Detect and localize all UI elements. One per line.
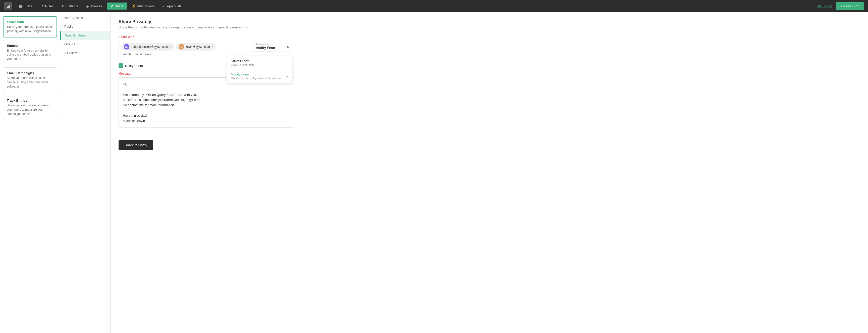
main-layout: Share With Share your form as a public l…: [0, 12, 868, 333]
avatar-kz: KZ: [179, 44, 184, 50]
sidebar-card-embed[interactable]: Embed Embed your form on a website using…: [3, 40, 57, 65]
middle-nav-all-users[interactable]: All Users: [60, 49, 110, 57]
middle-navigation: SHARE WITH Public Specific Users Groups …: [60, 12, 111, 333]
remove-email-kz[interactable]: ×: [212, 45, 214, 49]
sidebar-card-track-entries-desc: Use advanced tracking codes in your form…: [7, 103, 53, 116]
message-textarea[interactable]: Hi, I've shared my ' Online Query Form '…: [119, 78, 294, 128]
access-form-button[interactable]: Access Form: [836, 2, 864, 10]
middle-nav-header: SHARE WITH: [60, 16, 110, 22]
nav-integrations[interactable]: ⚡ Integrations: [128, 2, 158, 9]
dropdown-option-modify-form[interactable]: Modify Form Modify form & configurations…: [227, 70, 292, 83]
nav-themes[interactable]: ◈ Themes: [83, 2, 106, 9]
email-tag-rj: RJ richardjohnson@zylker.com ×: [121, 43, 174, 51]
rules-icon: ≡: [41, 4, 43, 8]
notify-users-checkbox[interactable]: ✓: [119, 63, 123, 68]
section-desc: Share the form with users within your or…: [119, 25, 860, 29]
settings-icon: ⚙: [62, 4, 65, 8]
section-title: Share Privately: [119, 19, 860, 24]
notify-users-label: Notify Users: [125, 64, 143, 68]
sidebar-card-email-campaigns-desc: Share your form with a list of contacts …: [7, 76, 53, 88]
permission-dropdown-trigger[interactable]: Permission Modify Form ▲: [252, 41, 292, 52]
sidebar-card-embed-title: Embed: [7, 44, 53, 48]
sidebar-card-share-with-desc: Share your form as a public link or priv…: [7, 25, 53, 33]
permission-box-value: Modify Form: [255, 46, 289, 50]
modify-form-option-title: Modify Form: [231, 73, 288, 76]
middle-nav-public[interactable]: Public: [60, 22, 110, 31]
check-icon: ✓: [286, 74, 289, 79]
sidebar-card-email-campaigns[interactable]: Email Campaigns Share your form with a l…: [3, 67, 57, 92]
all-entries-link[interactable]: All Entries: [814, 3, 835, 9]
sidebar-card-embed-desc: Embed your form on a website using the e…: [7, 49, 53, 61]
top-navigation: ⊞ ▦ Builder ≡ Rules ⚙ Settings ◈ Themes …: [0, 0, 868, 12]
permission-area: Permission Modify Form ▲ Submit Form Vie…: [252, 41, 292, 52]
approvals-icon: ✓: [162, 4, 165, 8]
email-address-kz: kevin@zylker.com: [186, 45, 210, 49]
sidebar-card-share-with-title: Share With: [7, 20, 53, 24]
nav-rules[interactable]: ≡ Rules: [38, 2, 57, 9]
chevron-up-icon: ▲: [286, 44, 289, 48]
share-notify-button[interactable]: Share & Notify: [119, 140, 153, 150]
email-permission-row: RJ richardjohnson@zylker.com × KZ kevin@…: [119, 41, 860, 58]
integrations-icon: ⚡: [132, 4, 136, 8]
modify-form-option-desc: Modify form & configurations, Submit for…: [231, 77, 288, 80]
nav-share[interactable]: ↗ Share: [107, 2, 127, 9]
nav-builder[interactable]: ▦ Builder: [15, 2, 37, 9]
avatar-rj: RJ: [124, 44, 129, 50]
search-email-input[interactable]: [121, 53, 246, 56]
permission-dropdown: Submit Form View & submit form Modify Fo…: [227, 56, 292, 83]
submit-form-option-desc: View & submit form: [231, 63, 288, 66]
nav-approvals[interactable]: ✓ Approvals: [159, 2, 185, 9]
submit-form-option-title: Submit Form: [231, 59, 288, 63]
remove-email-rj[interactable]: ×: [169, 45, 172, 49]
main-content: Share Privately Share the form with user…: [111, 12, 868, 333]
app-logo: ⊞: [4, 2, 12, 10]
dropdown-option-submit-form[interactable]: Submit Form View & submit form: [227, 56, 292, 70]
nav-settings[interactable]: ⚙ Settings: [58, 2, 82, 9]
email-address-rj: richardjohnson@zylker.com: [131, 45, 168, 49]
left-sidebar: Share With Share your form as a public l…: [0, 12, 60, 333]
permission-box-label: Permission: [255, 43, 289, 46]
share-with-field-label: Share With: [119, 35, 860, 39]
builder-icon: ▦: [19, 4, 22, 8]
themes-icon: ◈: [86, 4, 89, 8]
sidebar-card-track-entries-title: Track Entries: [7, 99, 53, 102]
sidebar-card-share-with[interactable]: Share With Share your form as a public l…: [3, 16, 57, 37]
sidebar-card-email-campaigns-title: Email Campaigns: [7, 71, 53, 75]
middle-nav-groups[interactable]: Groups: [60, 40, 110, 49]
email-tag-kz: KZ kevin@zylker.com ×: [176, 43, 216, 51]
middle-nav-specific-users[interactable]: Specific Users: [60, 31, 110, 40]
share-icon: ↗: [110, 4, 113, 8]
sidebar-card-track-entries[interactable]: Track Entries Use advanced tracking code…: [3, 95, 57, 120]
